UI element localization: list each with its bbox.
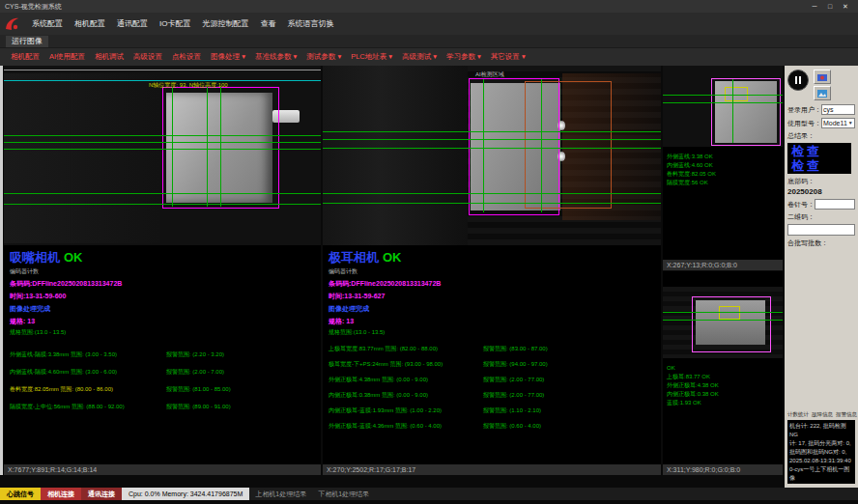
camera-subtitle: 编码器计数 [329, 267, 659, 276]
statistics-tab[interactable]: 故障信息 [812, 411, 833, 418]
tab-run-image[interactable]: 运行图像 [6, 36, 48, 47]
cpu-memory-readout: Cpu: 0.0% Memory: 3424.41796875M [122, 488, 249, 500]
menu-item[interactable]: 通讯配置 [111, 18, 154, 29]
pixel-coordinate-readout: X:270;Y:2502;R:17;G:17;B:17 [323, 464, 661, 475]
measurement-text: 内侧蓝线-隔膜:4.60mm 范围: (3.00 - 6.00) [10, 368, 166, 377]
model-value: Mode11 [823, 119, 847, 127]
toolbar-button[interactable]: 相机调试 [90, 52, 129, 62]
toolbar-button[interactable]: 高级测试 ▾ [397, 52, 442, 62]
status-bar: 心跳信号 相机连接 通讯连接 Cpu: 0.0% Memory: 3424.41… [0, 488, 858, 500]
roll-needle-label: 卷针号： [787, 200, 815, 210]
menu-item[interactable]: IO卡配置 [154, 18, 196, 29]
camera-view-left[interactable]: N轴位宽度: 93. N轴位高度:100 吸嘴相机OK 编码器计数 条码码:DF… [4, 66, 321, 475]
menu-bar: 系统配置 相机配置 通讯配置 IO卡配置 光源控制配置 查看 系统语言切换 [0, 13, 858, 35]
result-text-middle: 极耳相机OK 编码器计数 条码码:DFFline2025020813313472… [329, 249, 659, 437]
maximize-button[interactable]: □ [822, 0, 838, 13]
pause-button[interactable] [787, 70, 809, 91]
roi-rect-magenta [692, 296, 771, 352]
lower-camera-result-label: 下相机1处理结果 [312, 488, 375, 500]
statistics-log: 机台计: 222, 批码检测NG 计: 17, 批码分亮两对: 0, 批码图和批… [787, 420, 855, 484]
toolbar-button[interactable]: 其它设置 ▾ [486, 52, 530, 62]
roll-needle-field[interactable] [815, 199, 855, 210]
tab-row: 运行图像 [0, 35, 858, 47]
model-label: 使用型号： [787, 119, 821, 128]
batch-write-label: 合批写批数： [787, 238, 828, 248]
alarm-range-text: 报警范围: (0.60 - 4.00) [483, 422, 659, 431]
small-result-lines: 外侧蓝线:3.38 OK 内侧蓝线:4.60 OK 卷料宽度:82.05 OK … [667, 153, 781, 187]
small-result-line: 外侧正极耳:4.38 OK [667, 381, 781, 390]
measure-line-vertical [207, 87, 208, 207]
camera-view-middle[interactable]: AI检测区域 极耳相机OK 编码器计数 条码码:DFFline202502081… [323, 66, 661, 475]
toolbar-button[interactable]: 学习参数 ▾ [442, 52, 486, 62]
measure-line-vertical [483, 79, 484, 212]
pixel-coordinate-readout: X:311;Y:980;R:0;G:0;B:0 [663, 464, 783, 475]
camera-view-small-top[interactable]: 外侧蓝线:3.38 OK 内侧蓝线:4.60 OK 卷料宽度:82.05 OK … [663, 66, 783, 270]
pause-icon [799, 76, 801, 84]
measure-line [4, 142, 321, 143]
comm-connection-badge: 通讯连接 [81, 488, 122, 500]
status-ok: OK [383, 250, 402, 265]
toolbar-button[interactable]: 图像处理 ▾ [206, 52, 250, 62]
camera-image-small-top [663, 66, 783, 147]
menu-item[interactable]: 相机配置 [69, 18, 111, 29]
roi-rect-ai [525, 81, 612, 209]
camera-view-small-bottom[interactable]: OK 上极耳:83.77 OK 外侧正极耳:4.38 OK 内侧正极耳:0.38… [663, 271, 783, 475]
close-button[interactable]: ✕ [838, 0, 853, 13]
measurement-list: 外侧蓝线-隔膜:3.38mm 范围: (3.00 - 3.50) 报警范围: (… [10, 350, 319, 411]
left-scroll-edge[interactable] [0, 66, 3, 475]
measure-line [663, 102, 783, 103]
statistics-tab[interactable]: 报警信息 [836, 411, 857, 418]
alarm-range-text: 报警范围: (2.00 - 77.00) [483, 376, 659, 384]
qr-code-field[interactable] [787, 224, 855, 236]
image-save-button[interactable] [814, 86, 831, 100]
divider [4, 70, 321, 70]
alarm-range-text: 报警范围: (2.20 - 3.20) [166, 350, 319, 359]
camera-title: 极耳相机OK [329, 249, 659, 266]
control-buttons [787, 70, 855, 100]
minimize-button[interactable]: ─ [807, 0, 822, 13]
statistics-section: 计数统计 故障信息 报警信息 机台计: 222, 批码检测NG 计: 17, 批… [787, 411, 855, 484]
measurement-row: 外侧蓝线-隔膜:3.38mm 范围: (3.00 - 3.50) 报警范围: (… [10, 350, 319, 359]
toolbar-button[interactable]: 点检设置 [167, 52, 206, 62]
measurement-text: 内侧正极耳-蓝膜:1.93mm 范围: (1.00 - 2.20) [329, 406, 483, 415]
toolbar-button[interactable]: AI使用配置 [44, 52, 90, 62]
camera-snapshot-button[interactable] [814, 70, 831, 84]
small-result-line: OK [667, 364, 781, 373]
toolbar-button[interactable]: PLC地址表 ▾ [346, 52, 397, 62]
menu-item[interactable]: 查看 [254, 18, 281, 29]
measurement-text: 极耳宽度-下+PS:24mm 范围: (93.00 - 98.00) [329, 360, 483, 369]
qr-code-label: 二维码： [787, 212, 815, 222]
menu-item[interactable]: 光源控制配置 [196, 18, 254, 29]
process-status-text: 图像处理完成 [10, 304, 319, 314]
status-ok: OK [64, 250, 83, 265]
chevron-down-icon: ▼ [848, 119, 853, 127]
measure-line-vertical [172, 87, 173, 207]
toolbar-button[interactable]: 基准线参数 ▾ [250, 52, 301, 62]
statistics-tab[interactable]: 计数统计 [787, 411, 809, 418]
login-user-label: 登录用户： [787, 105, 821, 115]
measure-line [4, 193, 321, 194]
total-result-display: 检查 检查 [787, 143, 851, 174]
measurement-row: 上极耳宽度:83.77mm 范围: (82.00 - 88.00) 报警范围: … [329, 345, 659, 353]
menu-item[interactable]: 系统语言切换 [281, 18, 339, 29]
toolbar-button[interactable]: 高级设置 [129, 52, 167, 62]
login-user-field[interactable]: cys [821, 104, 855, 115]
total-result-label: 总结果： [787, 131, 815, 141]
measure-line [4, 204, 321, 205]
alarm-range-text: 报警范围: (2.00 - 77.00) [483, 391, 659, 400]
alarm-range-text: 报警范围: (2.00 - 7.00) [166, 368, 319, 377]
statistics-line: 批码图和批码NG对: 0, [789, 448, 853, 457]
measurement-row: 内侧正极耳-蓝膜:1.93mm 范围: (1.00 - 2.20) 报警范围: … [329, 406, 659, 415]
toolbar-button[interactable]: 相机配置 [6, 52, 44, 62]
toolbar-button[interactable]: 测试参数 ▾ [301, 52, 346, 62]
statistics-tabs: 计数统计 故障信息 报警信息 [787, 411, 855, 418]
statistics-line: 0-cys一号上下相机一图像 [789, 465, 853, 483]
measurement-text: 上极耳宽度:83.77mm 范围: (82.00 - 88.00) [329, 345, 483, 353]
window-title: CYS-视觉检测系统 [5, 2, 62, 12]
model-select[interactable]: Mode11 ▼ [821, 118, 855, 128]
result-line-1: 检查 [791, 144, 847, 158]
menu-item[interactable]: 系统配置 [26, 18, 69, 29]
measure-line [663, 320, 783, 321]
control-panel: 登录用户： cys 使用型号： Mode11 ▼ 总结果： 检查 检查 底部码：… [785, 66, 858, 488]
roi-rect-yellow [719, 306, 740, 320]
